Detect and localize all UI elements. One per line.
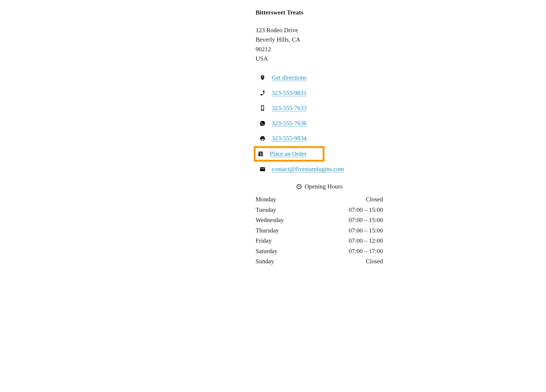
whatsapp-icon xyxy=(259,120,266,127)
contact-fax: 323-555-9834 xyxy=(256,131,383,146)
hours-row: Wednesday 07:00 – 15:00 xyxy=(256,215,383,225)
hours-row: Sunday Closed xyxy=(256,256,383,267)
hours-day: Monday xyxy=(256,195,366,204)
address-postal: 90212 xyxy=(256,45,383,54)
business-address: 123 Rodeo Drive Beverly Hills, CA 90212 … xyxy=(256,25,383,64)
hours-time: Closed xyxy=(366,257,383,266)
hours-day: Thursday xyxy=(256,226,349,235)
contact-directions: Get directions xyxy=(256,71,383,85)
mobile-icon xyxy=(259,105,266,111)
hours-time: 07:00 – 12:00 xyxy=(349,236,383,246)
contact-whatsapp: 323-555-7636 xyxy=(256,116,383,131)
business-name: Bittersweet Treats xyxy=(256,8,383,17)
email-icon xyxy=(259,166,266,172)
hours-header: Opening Hours xyxy=(256,182,383,191)
hours-time: 07:00 – 17:00 xyxy=(349,247,383,256)
hours-day: Saturday xyxy=(256,247,349,256)
hours-time: 07:00 – 15:00 xyxy=(349,216,383,225)
hours-row: Saturday 07:00 – 17:00 xyxy=(256,246,383,257)
hours-row: Monday Closed xyxy=(256,194,383,205)
hours-time: Closed xyxy=(366,195,383,204)
hours-day: Friday xyxy=(256,236,349,246)
fax-icon xyxy=(259,135,266,142)
fax-link[interactable]: 323-555-9834 xyxy=(272,134,307,143)
email-link[interactable]: contact@fivestarplugins.com xyxy=(272,165,344,174)
opening-hours: Opening Hours Monday Closed Tuesday 07:0… xyxy=(256,182,383,267)
contact-list: Get directions 323-555-9831 323-555-7633… xyxy=(256,71,383,177)
hours-time: 07:00 – 15:00 xyxy=(349,226,383,235)
map-pin-icon xyxy=(259,75,266,81)
hours-time: 07:00 – 15:00 xyxy=(349,205,383,215)
directions-link[interactable]: Get directions xyxy=(272,73,307,83)
contact-email: contact@fivestarplugins.com xyxy=(256,162,383,177)
address-line1: 123 Rodeo Drive xyxy=(256,25,383,35)
order-link[interactable]: Place an Order xyxy=(270,149,307,159)
whatsapp-link[interactable]: 323-555-7636 xyxy=(272,119,307,128)
mobile-link[interactable]: 323-555-7633 xyxy=(272,103,307,113)
address-country: USA xyxy=(256,54,383,64)
hours-row: Thursday 07:00 – 15:00 xyxy=(256,225,383,236)
hours-day: Sunday xyxy=(256,257,366,266)
address-line2: Beverly Hills, CA xyxy=(256,35,383,45)
clock-icon xyxy=(296,184,302,190)
contact-mobile: 323-555-7633 xyxy=(256,101,383,116)
hours-heading-text: Opening Hours xyxy=(305,182,342,191)
order-form-icon xyxy=(257,151,264,157)
hours-day: Tuesday xyxy=(256,205,349,215)
phone-icon xyxy=(259,90,266,96)
contact-phone: 323-555-9831 xyxy=(256,86,383,101)
hours-row: Tuesday 07:00 – 15:00 xyxy=(256,205,383,215)
phone-link[interactable]: 323-555-9831 xyxy=(272,88,307,98)
hours-row: Friday 07:00 – 12:00 xyxy=(256,236,383,246)
hours-day: Wednesday xyxy=(256,216,349,225)
contact-order: Place an Order xyxy=(254,146,324,162)
business-card: Bittersweet Treats 123 Rodeo Drive Bever… xyxy=(152,0,394,278)
